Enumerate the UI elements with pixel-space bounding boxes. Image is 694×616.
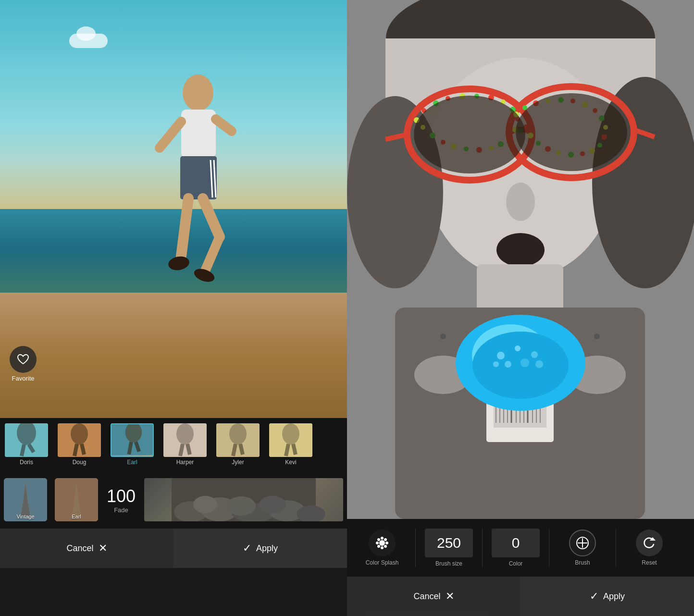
svg-line-19	[82, 444, 84, 455]
right-apply-label: Apply	[603, 591, 625, 602]
rocks-thumb	[144, 478, 343, 521]
person-figure	[124, 64, 258, 314]
filter-earl-label: Earl	[127, 459, 137, 466]
fade-label: Fade	[114, 506, 128, 514]
svg-point-149	[377, 545, 380, 548]
svg-point-146	[385, 542, 388, 544]
svg-line-30	[233, 444, 235, 456]
right-cancel-x-icon: ✕	[446, 590, 454, 603]
color-box: 0	[492, 529, 540, 557]
svg-point-66	[594, 333, 600, 339]
svg-line-22	[129, 442, 131, 455]
svg-line-7	[205, 237, 220, 271]
left-cancel-button[interactable]: Cancel ✕	[0, 529, 174, 568]
svg-point-54	[506, 183, 535, 221]
filter-strip: Doris Doug	[0, 418, 347, 471]
brush-size-box: 250	[425, 529, 473, 557]
svg-line-34	[286, 444, 288, 456]
vintage-control-thumb[interactable]: Vintage	[4, 478, 47, 521]
svg-point-49	[259, 496, 286, 513]
fade-value: 100	[107, 486, 136, 506]
left-panel: Favorite Doris	[0, 0, 347, 616]
svg-line-2	[160, 122, 181, 148]
reset-tool[interactable]: Reset	[618, 524, 681, 572]
earl-label: Earl	[55, 514, 98, 519]
divider-1	[415, 529, 416, 567]
svg-line-6	[203, 198, 220, 237]
right-toolbar: Color Splash 250 Brush size 0 Color	[347, 519, 694, 577]
color-splash-label: Color Splash	[366, 559, 399, 566]
color-value: 0	[512, 535, 520, 551]
svg-point-142	[379, 540, 385, 546]
svg-point-60	[440, 333, 446, 339]
filter-doris[interactable]: Doris	[0, 423, 53, 466]
reset-label: Reset	[642, 559, 657, 566]
svg-line-35	[293, 444, 296, 455]
svg-rect-1	[181, 110, 216, 158]
svg-line-14	[22, 444, 24, 456]
filter-earl[interactable]: Earl	[106, 423, 159, 466]
left-cancel-label: Cancel	[66, 543, 93, 554]
svg-point-25	[176, 423, 194, 444]
filter-jyler-label: Jyler	[232, 459, 244, 466]
svg-point-147	[377, 538, 380, 541]
heart-icon	[16, 353, 30, 366]
svg-point-129	[414, 96, 525, 173]
svg-point-0	[183, 74, 213, 111]
svg-point-130	[516, 93, 627, 171]
svg-point-33	[282, 423, 299, 444]
right-photo	[347, 0, 694, 519]
filter-jyler[interactable]: Jyler	[211, 423, 264, 466]
svg-line-26	[180, 444, 183, 456]
brush-tool[interactable]: Brush	[551, 524, 614, 572]
right-apply-button[interactable]: ✓ Apply	[520, 577, 694, 616]
svg-point-138	[520, 358, 529, 367]
filter-doug[interactable]: Doug	[53, 423, 106, 466]
brush-size-tool[interactable]: 250 Brush size	[418, 524, 480, 572]
bw-photo-bg	[347, 0, 694, 519]
svg-point-135	[497, 352, 505, 359]
apply-check-icon: ✓	[243, 542, 251, 554]
right-panel: Color Splash 250 Brush size 0 Color	[347, 0, 694, 616]
brush-label: Brush	[575, 559, 590, 566]
brush-icon	[569, 530, 596, 556]
svg-point-29	[229, 423, 247, 444]
svg-point-48	[227, 496, 256, 516]
color-splash-tool[interactable]: Color Splash	[351, 524, 413, 572]
svg-point-144	[381, 546, 384, 549]
svg-rect-58	[477, 264, 563, 312]
left-apply-button[interactable]: ✓ Apply	[174, 529, 347, 568]
favorite-label: Favorite	[12, 375, 35, 382]
earl-control-thumb[interactable]: Earl	[55, 478, 98, 521]
favorite-button[interactable]: Favorite	[10, 346, 37, 382]
filter-harper[interactable]: Harper	[159, 423, 211, 466]
left-action-bar: Cancel ✕ ✓ Apply	[0, 529, 347, 568]
svg-point-139	[505, 361, 511, 368]
brush-size-label: Brush size	[435, 560, 462, 567]
filter-doug-label: Doug	[73, 459, 87, 466]
filter-doris-label: Doris	[20, 459, 33, 466]
svg-point-143	[381, 537, 384, 540]
left-apply-label: Apply	[256, 543, 278, 554]
svg-point-17	[71, 423, 88, 444]
svg-point-137	[531, 351, 538, 358]
svg-line-27	[187, 444, 190, 455]
left-photo: Favorite	[0, 0, 347, 418]
right-cancel-label: Cancel	[413, 591, 440, 602]
vintage-label: Vintage	[4, 514, 47, 519]
svg-point-150	[384, 545, 387, 548]
filter-kevin[interactable]: Kevi	[264, 423, 317, 466]
right-cancel-button[interactable]: Cancel ✕	[347, 577, 520, 616]
right-apply-check-icon: ✓	[590, 590, 598, 603]
divider-4	[616, 529, 616, 567]
svg-point-47	[193, 496, 217, 513]
svg-line-5	[181, 198, 188, 256]
cancel-x-icon: ✕	[99, 542, 107, 554]
color-tool[interactable]: 0 Color	[484, 524, 547, 572]
svg-point-145	[376, 542, 379, 544]
svg-point-141	[493, 361, 499, 367]
svg-line-18	[74, 444, 77, 456]
brush-size-value: 250	[437, 535, 461, 551]
svg-point-136	[515, 345, 520, 351]
fade-control: 100 Fade	[102, 486, 140, 514]
